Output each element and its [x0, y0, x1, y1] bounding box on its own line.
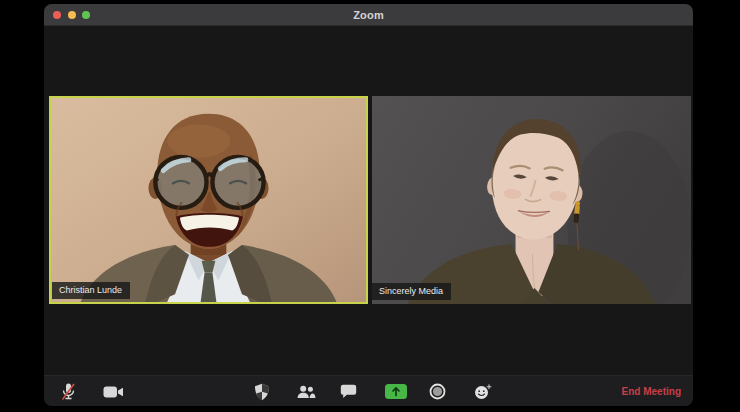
- video-tile-sincerely-media[interactable]: Sincerely Media: [372, 96, 691, 304]
- minimize-button[interactable]: [68, 11, 76, 19]
- microphone-muted-icon: [60, 382, 77, 401]
- reactions-button[interactable]: [466, 376, 500, 406]
- meeting-toolbar: End Meeting: [44, 375, 693, 406]
- security-shield-icon: [254, 383, 270, 401]
- title-bar[interactable]: Zoom: [44, 4, 693, 26]
- record-icon: [429, 383, 446, 400]
- close-button[interactable]: [53, 11, 61, 19]
- record-button[interactable]: [420, 376, 454, 406]
- window-title: Zoom: [353, 9, 384, 21]
- security-button[interactable]: [245, 376, 279, 406]
- participants-button[interactable]: [289, 376, 323, 406]
- mute-button[interactable]: [51, 376, 85, 406]
- video-tile-christian-lunde[interactable]: Christian Lunde: [49, 96, 368, 304]
- end-meeting-button[interactable]: End Meeting: [622, 376, 681, 406]
- zoom-window: Zoom: [44, 4, 693, 406]
- share-screen-button[interactable]: [379, 376, 413, 406]
- chat-icon: [340, 384, 357, 399]
- fullscreen-button[interactable]: [82, 11, 90, 19]
- share-screen-icon: [390, 386, 402, 397]
- video-feed-woman-smiling: [372, 96, 691, 304]
- participant-name-label: Sincerely Media: [372, 283, 451, 300]
- participant-name-label: Christian Lunde: [52, 282, 130, 299]
- share-screen-pill: [385, 384, 407, 399]
- chat-button[interactable]: [331, 376, 365, 406]
- traffic-lights: [53, 4, 90, 26]
- reactions-icon: [474, 384, 492, 400]
- participants-icon: [297, 385, 316, 399]
- video-camera-icon: [103, 385, 124, 399]
- video-feed-man-laughing: [51, 98, 366, 302]
- video-gallery: Christian Lunde: [44, 27, 693, 375]
- video-button[interactable]: [96, 376, 130, 406]
